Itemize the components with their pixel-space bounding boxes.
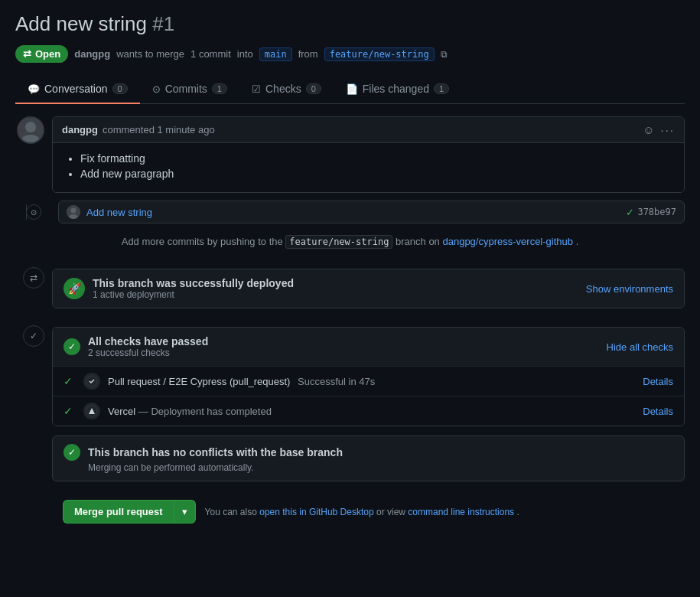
merge-note-prefix: You can also	[205, 507, 257, 517]
no-conflict-section: ✓ This branch has no conflicts with the …	[52, 436, 685, 481]
command-line-instructions-link[interactable]: command line instructions	[408, 507, 514, 517]
merge-btn-group: Merge pull request ▾	[63, 500, 196, 524]
tab-checks-count: 0	[306, 83, 321, 94]
checks-section-icon: ✓	[23, 325, 44, 347]
avatar-image	[17, 116, 44, 144]
info-middle: branch on	[396, 236, 440, 247]
pr-title: Add new string #1	[15, 12, 685, 36]
merge-note: You can also open this in GitHub Desktop…	[205, 507, 519, 517]
check-row-2-icon	[83, 403, 100, 419]
tab-files-changed[interactable]: 📄 Files changed 1	[334, 75, 461, 104]
pr-meta: ⇄ Open dangpg wants to merge 1 commit in…	[15, 45, 685, 63]
commenter-avatar-col	[15, 116, 46, 144]
comment-menu-icon[interactable]: ···	[660, 123, 675, 136]
no-conflict-subtitle: Merging can be performed automatically.	[88, 462, 673, 473]
commits-tab-icon: ⊙	[152, 83, 161, 95]
deploy-section: 🚀 This branch was successfully deployed …	[52, 269, 685, 308]
commenter-avatar	[17, 116, 44, 144]
check-row-vercel: ✓ Vercel — Deployment has completed Deta…	[53, 396, 684, 426]
open-github-desktop-link[interactable]: open this in GitHub Desktop	[259, 507, 373, 517]
merge-dropdown-button[interactable]: ▾	[174, 500, 196, 524]
check-row-2-detail: — Deployment has completed	[138, 406, 272, 417]
tab-commits[interactable]: ⊙ Commits 1	[140, 75, 239, 104]
info-repo-link[interactable]: dangpg/cypress-vercel-github	[442, 236, 573, 247]
tab-conversation[interactable]: 💬 Conversation 0	[15, 75, 140, 104]
comment-header: dangpg commented 1 minute ago ☺ ···	[53, 117, 684, 143]
commit-hash[interactable]: 378be97	[637, 207, 676, 217]
commit-row: ⊙ Add new string ✓ 378be97	[15, 201, 685, 223]
no-conflict-title: This branch has no conflicts with the ba…	[88, 446, 343, 458]
commit-author-avatar	[67, 205, 80, 219]
pr-author: dangpg	[74, 48, 110, 60]
pr-meta-text: wants to merge	[116, 48, 184, 60]
check-row-1-icon	[83, 373, 100, 390]
comment-time: commented 1 minute ago	[103, 124, 215, 135]
tab-conversation-count: 0	[112, 83, 128, 94]
copy-branch-icon[interactable]: ⧉	[441, 49, 448, 60]
branch-head-tag[interactable]: feature/new-string	[324, 47, 435, 61]
conversation-tab-icon: 💬	[28, 83, 40, 95]
comment-author[interactable]: dangpg	[62, 124, 98, 135]
no-conflict-icon: ✓	[63, 444, 80, 461]
hide-all-checks-link[interactable]: Hide all checks	[607, 341, 673, 353]
deploy-title: This branch was successfully deployed	[93, 277, 294, 289]
info-message: Add more commits by pushing to the featu…	[15, 223, 685, 253]
tabs-bar: 💬 Conversation 0 ⊙ Commits 1 ☑ Checks 0 …	[15, 75, 685, 104]
comment-item-1: Fix formatting	[80, 152, 672, 165]
commit-message[interactable]: Add new string	[86, 207, 152, 218]
tab-checks[interactable]: ☑ Checks 0	[239, 75, 334, 104]
comment-box: dangpg commented 1 minute ago ☺ ··· Fix …	[52, 116, 685, 193]
into-text: into	[237, 48, 253, 60]
check-row-1-status: ✓	[63, 375, 76, 387]
files-changed-tab-icon: 📄	[346, 83, 358, 95]
merge-note-suffix: .	[516, 507, 519, 517]
commit-count: 1 commit	[190, 48, 231, 60]
comment-body: Fix formatting Add new paragraph	[53, 143, 684, 192]
check-row-1-name: Pull request / E2E Cypress (pull_request…	[108, 376, 290, 387]
checks-tab-icon: ☑	[252, 83, 261, 95]
status-icon: ⇄	[23, 48, 31, 60]
tab-commits-label: Commits	[165, 83, 207, 95]
checks-subtitle: 2 successful checks	[88, 347, 208, 358]
info-prefix: Add more commits by pushing to the	[122, 236, 283, 247]
pr-title-text: Add new string	[15, 12, 147, 35]
check-row-1-detail: Successful in 47s	[298, 376, 375, 387]
tab-conversation-label: Conversation	[44, 83, 108, 95]
tab-files-changed-label: Files changed	[363, 83, 429, 95]
pr-number: #1	[152, 12, 174, 35]
deploy-section-wrapper: ⇄ 🚀 This branch was successfully deploye…	[15, 259, 685, 308]
checks-passed-icon: ✓	[63, 338, 80, 355]
info-branch: feature/new-string	[285, 235, 392, 249]
deploy-section-icon: ⇄	[23, 267, 44, 289]
check-row-2-status: ✓	[63, 405, 76, 417]
merge-pull-request-button[interactable]: Merge pull request	[63, 500, 174, 524]
info-suffix: .	[576, 236, 579, 247]
check-row-2-name: Vercel	[108, 406, 135, 417]
tab-commits-count: 1	[212, 83, 227, 94]
merge-area: Merge pull request ▾ You can also open t…	[52, 492, 685, 531]
status-badge: ⇄ Open	[15, 45, 68, 63]
commit-entry: Add new string ✓ 378be97	[58, 201, 685, 223]
comment-list: Fix formatting Add new paragraph	[65, 152, 672, 180]
deploy-subtitle: 1 active deployment	[93, 289, 294, 300]
svg-point-4	[71, 208, 77, 214]
checks-section-wrapper: ✓ ✓ All checks have passed 2 successful …	[15, 318, 685, 531]
commit-check-icon: ✓	[626, 207, 634, 218]
from-text: from	[298, 48, 318, 60]
tab-files-changed-count: 1	[434, 83, 449, 94]
check-row-cypress: ✓ Pull request / E2E Cypress (pull_reque…	[53, 366, 684, 396]
checks-section: ✓ All checks have passed 2 successful ch…	[52, 327, 685, 426]
branch-base-tag[interactable]: main	[259, 47, 292, 61]
check-row-2-details-link[interactable]: Details	[643, 406, 673, 417]
commit-timeline-icon: ⊙	[26, 204, 41, 220]
comment-item-2: Add new paragraph	[80, 168, 672, 180]
emoji-reaction-icon[interactable]: ☺	[643, 123, 654, 136]
check-row-1-details-link[interactable]: Details	[643, 376, 673, 387]
checks-title: All checks have passed	[88, 335, 208, 347]
tab-checks-label: Checks	[265, 83, 301, 95]
deploy-success-icon: 🚀	[63, 278, 85, 299]
svg-point-1	[25, 122, 36, 132]
merge-note-middle: or view	[376, 507, 405, 517]
status-text: Open	[35, 48, 60, 60]
show-environments-link[interactable]: Show environments	[586, 283, 673, 295]
